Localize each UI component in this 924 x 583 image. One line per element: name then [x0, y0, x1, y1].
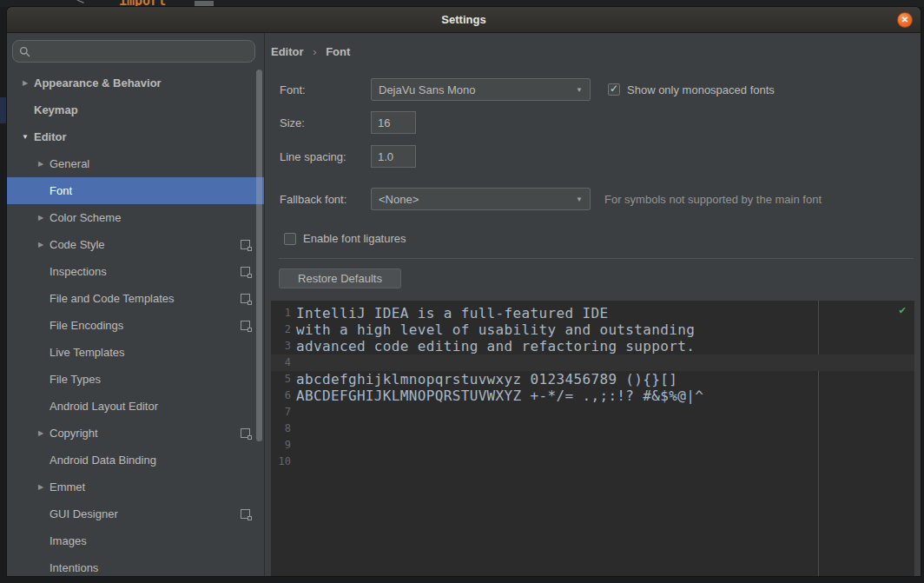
line-text: with a high level of usability and outst… — [296, 321, 695, 338]
chevron-down-icon[interactable]: ▼ — [576, 195, 583, 203]
editor-line[interactable]: 3advanced code editing and refactoring s… — [271, 338, 914, 354]
breadcrumb: Editor › Font — [271, 45, 921, 58]
size-row: Size: 16 — [280, 111, 921, 134]
editor-line[interactable]: 7 — [271, 404, 914, 421]
fallback-font-hint: For symbols not supported by the main fo… — [604, 193, 822, 206]
line-spacing-label: Line spacing: — [280, 150, 371, 163]
chevron-right-icon[interactable]: ▶ — [35, 241, 47, 248]
editor-preview-lines: 1IntelliJ IDEA is a full-featured IDE2wi… — [271, 301, 914, 470]
font-combobox[interactable]: DejaVu Sans Mono ▼ — [371, 78, 591, 101]
line-number: 10 — [271, 454, 296, 470]
sidebar-item-code-style[interactable]: ▶Code Style — [7, 231, 264, 258]
settings-main-panel: Editor › Font Font: DejaVu Sans Mono ▼ ✓ — [265, 33, 921, 576]
dialog-titlebar[interactable]: Settings ✕ — [7, 7, 921, 33]
sidebar-item-android-layout-editor[interactable]: Android Layout Editor — [7, 393, 264, 420]
sidebar-item-images[interactable]: Images — [7, 527, 264, 554]
sidebar-item-label: Font — [50, 184, 72, 197]
fallback-font-combobox[interactable]: <None> ▼ — [371, 188, 591, 210]
line-spacing-value: 1.0 — [378, 150, 393, 163]
sidebar-scrollbar[interactable] — [256, 70, 262, 441]
size-field[interactable]: 16 — [371, 111, 416, 134]
sidebar-item-label: GUI Designer — [50, 507, 118, 520]
editor-line[interactable]: 8 — [271, 421, 914, 437]
background-left-accent — [0, 97, 7, 123]
chevron-right-icon[interactable]: ▶ — [35, 483, 47, 491]
line-spacing-row: Line spacing: 1.0 — [280, 145, 921, 168]
monospace-checkbox[interactable]: ✓ — [608, 83, 620, 96]
sidebar-item-label: Live Templates — [50, 346, 124, 359]
editor-line[interactable]: 5abcdefghijklmnopqrstuvwxyz 0123456789 (… — [271, 371, 914, 388]
sidebar-item-font[interactable]: Font — [7, 177, 264, 204]
settings-page-icon — [241, 321, 250, 330]
chevron-down-icon[interactable]: ▼ — [576, 86, 583, 94]
chevron-right-icon[interactable]: ▶ — [35, 429, 47, 437]
font-preview-editor[interactable]: ✔ 1IntelliJ IDEA is a full-featured IDE2… — [271, 301, 914, 576]
line-text: IntelliJ IDEA is a full-featured IDE — [296, 305, 608, 321]
sidebar-item-file-encodings[interactable]: File Encodings — [7, 312, 264, 339]
search-input[interactable] — [36, 45, 248, 58]
search-icon — [19, 46, 30, 57]
font-row: Font: DejaVu Sans Mono ▼ ✓ Show only mon… — [280, 78, 921, 101]
fallback-font-value: <None> — [379, 193, 419, 206]
sidebar-item-intentions[interactable]: Intentions — [7, 554, 264, 576]
sidebar-item-label: Images — [50, 534, 87, 547]
sidebar-item-label: Code Style — [50, 238, 105, 251]
sidebar-item-label: Editor — [34, 130, 67, 143]
ligatures-row: ✓ Enable font ligatures — [284, 232, 921, 245]
sidebar-item-live-templates[interactable]: Live Templates — [7, 339, 264, 366]
breadcrumb-font: Font — [326, 45, 350, 58]
close-button[interactable]: ✕ — [897, 12, 913, 28]
check-icon: ✓ — [610, 83, 618, 95]
chevron-right-icon[interactable]: ▶ — [35, 214, 47, 222]
breadcrumb-editor[interactable]: Editor — [271, 45, 304, 58]
settings-search-box[interactable] — [12, 40, 255, 63]
editor-line[interactable]: 10 — [271, 454, 914, 470]
form-separator — [279, 258, 914, 259]
ligatures-checkbox-label[interactable]: Enable font ligatures — [303, 232, 406, 245]
sidebar-item-label: Copyright — [50, 427, 98, 440]
line-spacing-field[interactable]: 1.0 — [371, 145, 416, 168]
sidebar-item-general[interactable]: ▶General — [7, 150, 264, 177]
chevron-down-icon[interactable]: ▼ — [19, 133, 31, 141]
sidebar-item-copyright[interactable]: ▶Copyright — [7, 420, 264, 447]
sidebar-item-file-types[interactable]: File Types — [7, 366, 264, 393]
editor-line[interactable]: 9 — [271, 437, 914, 454]
sidebar-item-label: File and Code Templates — [50, 292, 175, 305]
sidebar-item-gui-designer[interactable]: GUI Designer — [7, 500, 264, 527]
sidebar-item-appearance-behavior[interactable]: ▶Appearance & Behavior — [7, 70, 264, 96]
settings-page-icon — [241, 428, 250, 438]
font-settings-form: Font: DejaVu Sans Mono ▼ ✓ Show only mon… — [280, 58, 921, 245]
inspection-ok-icon: ✔ — [899, 303, 906, 316]
editor-line[interactable]: 1IntelliJ IDEA is a full-featured IDE — [271, 305, 914, 321]
background-selection-fragment — [195, 1, 214, 7]
monospace-checkbox-label[interactable]: Show only monospaced fonts — [627, 83, 775, 96]
sidebar-item-keymap[interactable]: Keymap — [7, 96, 264, 123]
sidebar-item-android-data-binding[interactable]: Android Data Binding — [7, 447, 264, 474]
chevron-right-icon[interactable]: ▶ — [35, 160, 47, 168]
sidebar-item-editor[interactable]: ▼Editor — [7, 123, 264, 150]
ligatures-checkbox[interactable]: ✓ — [284, 233, 296, 245]
restore-defaults-button[interactable]: Restore Defaults — [279, 268, 401, 288]
chevron-right-icon[interactable]: ▶ — [19, 79, 31, 87]
sidebar-item-color-scheme[interactable]: ▶Color Scheme — [7, 204, 264, 231]
sidebar-item-inspections[interactable]: Inspections — [7, 258, 264, 285]
sidebar-item-label: Android Data Binding — [50, 454, 156, 467]
line-number: 1 — [271, 305, 296, 321]
editor-line[interactable]: 2with a high level of usability and outs… — [271, 321, 914, 338]
dialog-body: ▶Appearance & BehaviorKeymap▼Editor▶Gene… — [7, 33, 921, 576]
line-text: ABCDEFGHIJKLMNOPQRSTUVWXYZ +-*/= .,;:!? … — [296, 388, 703, 404]
sidebar-item-file-and-code-templates[interactable]: File and Code Templates — [7, 285, 264, 312]
line-number: 6 — [271, 388, 296, 404]
sidebar-item-emmet[interactable]: ▶Emmet — [7, 474, 264, 500]
background-code-fragment: < — [76, 0, 84, 7]
sidebar-item-label: General — [50, 157, 89, 170]
editor-line[interactable]: 6ABCDEFGHIJKLMNOPQRSTUVWXYZ +-*/= .,;:!?… — [271, 388, 914, 404]
size-value: 16 — [378, 116, 390, 129]
sidebar-item-label: Emmet — [50, 480, 85, 494]
editor-line[interactable]: 4 — [271, 354, 914, 371]
line-number: 9 — [271, 437, 296, 454]
sidebar-item-label: Intentions — [50, 561, 98, 574]
breadcrumb-separator: › — [313, 45, 316, 58]
settings-sidebar: ▶Appearance & BehaviorKeymap▼Editor▶Gene… — [7, 33, 265, 576]
settings-page-icon — [241, 240, 250, 249]
